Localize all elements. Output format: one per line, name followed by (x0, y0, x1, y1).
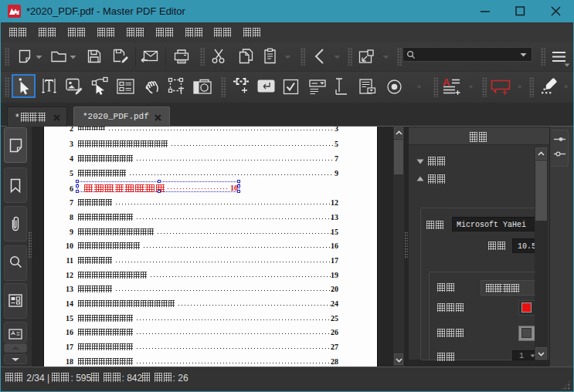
svg-text:A: A (443, 76, 450, 88)
